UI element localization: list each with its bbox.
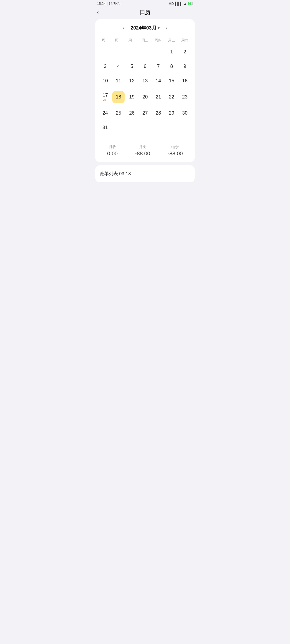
monthly-summary: 月收 0.00 月支 -88.00 结余 -88.00 bbox=[99, 141, 191, 157]
header: ‹ 日历 bbox=[93, 7, 197, 19]
calendar-cell[interactable]: 10 bbox=[99, 74, 112, 88]
month-nav: ‹ 2024年03月 ▾ › bbox=[99, 24, 191, 32]
day-number: 9 bbox=[183, 64, 186, 69]
calendar-cell[interactable]: 2 bbox=[178, 45, 191, 59]
day-number: 26 bbox=[129, 110, 135, 116]
calendar-cell[interactable]: 20 bbox=[139, 88, 152, 106]
calendar-cell bbox=[152, 45, 165, 59]
day-number: 19 bbox=[129, 94, 135, 100]
weekday-label: 周二 bbox=[125, 37, 138, 44]
status-bar: 15:24 | 14.7K/s HD ▌▌▌ ▲ 79 bbox=[93, 0, 197, 7]
calendar-cell[interactable]: 6 bbox=[139, 59, 152, 74]
day-number: 13 bbox=[142, 78, 148, 84]
day-number: 11 bbox=[116, 78, 121, 84]
day-number: 30 bbox=[182, 110, 187, 116]
day-number: 7 bbox=[157, 64, 160, 69]
hd-icon: HD bbox=[169, 2, 174, 6]
weekday-label: 周六 bbox=[178, 37, 191, 44]
battery-icon: 79 bbox=[188, 2, 193, 5]
calendar-cell bbox=[112, 120, 125, 135]
calendar-cell[interactable]: 29 bbox=[165, 106, 178, 120]
weekday-label: 周一 bbox=[112, 37, 125, 44]
calendar-cell[interactable]: 26 bbox=[125, 106, 138, 120]
calendar-cell[interactable]: 19 bbox=[125, 88, 138, 106]
calendar-grid: 1234567891011121314151617-88181920212223… bbox=[99, 45, 191, 135]
calendar-cell[interactable]: 17-88 bbox=[99, 88, 112, 106]
weekday-label: 周三 bbox=[138, 37, 151, 44]
month-title[interactable]: 2024年03月 ▾ bbox=[130, 25, 159, 31]
calendar-cell[interactable]: 23 bbox=[178, 88, 191, 106]
calendar-cell[interactable]: 3 bbox=[99, 59, 112, 74]
day-number: 22 bbox=[169, 94, 174, 100]
page-title: 日历 bbox=[140, 9, 150, 16]
status-icons: HD ▌▌▌ ▲ 79 bbox=[169, 2, 193, 6]
balance-summary: 结余 -88.00 bbox=[168, 145, 183, 157]
calendar-cell[interactable]: 5 bbox=[125, 59, 138, 74]
calendar-card: ‹ 2024年03月 ▾ › 周日周一周二周三周四周五周六 1234567891… bbox=[95, 19, 195, 162]
calendar-cell bbox=[125, 120, 138, 135]
calendar-cell bbox=[178, 120, 191, 135]
bills-title: 账单列表 03-18 bbox=[100, 171, 190, 177]
calendar-cell[interactable]: 1 bbox=[165, 45, 178, 59]
calendar-cell[interactable]: 14 bbox=[152, 74, 165, 88]
calendar-cell[interactable]: 30 bbox=[178, 106, 191, 120]
next-month-button[interactable]: › bbox=[163, 24, 170, 32]
calendar-cell[interactable]: 31 bbox=[99, 120, 112, 135]
income-value: 0.00 bbox=[107, 151, 118, 157]
day-number: 10 bbox=[103, 78, 108, 84]
calendar-cell bbox=[125, 45, 138, 59]
day-number: 15 bbox=[169, 78, 174, 84]
expense-summary: 月支 -88.00 bbox=[135, 145, 150, 157]
day-number: 31 bbox=[103, 125, 108, 131]
wifi-icon: ▲ bbox=[183, 2, 187, 6]
calendar-cell[interactable]: 15 bbox=[165, 74, 178, 88]
expense-value: -88.00 bbox=[135, 151, 150, 157]
day-amount: -88 bbox=[103, 98, 107, 102]
day-number: 21 bbox=[156, 94, 161, 100]
weekday-label: 周四 bbox=[152, 37, 165, 44]
calendar-cell[interactable]: 7 bbox=[152, 59, 165, 74]
calendar-cell[interactable]: 24 bbox=[99, 106, 112, 120]
day-number: 16 bbox=[182, 78, 187, 84]
week-header: 周日周一周二周三周四周五周六 bbox=[99, 37, 191, 44]
day-number: 1 bbox=[170, 49, 173, 55]
expense-label: 月支 bbox=[135, 145, 150, 149]
balance-value: -88.00 bbox=[168, 151, 183, 157]
day-number: 4 bbox=[117, 64, 120, 69]
prev-month-button[interactable]: ‹ bbox=[120, 24, 128, 32]
day-number: 25 bbox=[116, 110, 121, 116]
income-summary: 月收 0.00 bbox=[107, 145, 118, 157]
calendar-cell[interactable]: 22 bbox=[165, 88, 178, 106]
signal-icon: ▌▌▌ bbox=[175, 2, 182, 6]
month-title-text: 2024年03月 bbox=[130, 25, 156, 31]
balance-label: 结余 bbox=[168, 145, 183, 149]
calendar-cell[interactable]: 12 bbox=[125, 74, 138, 88]
back-button[interactable]: ‹ bbox=[97, 9, 99, 16]
calendar-cell[interactable]: 8 bbox=[165, 59, 178, 74]
calendar-cell[interactable]: 25 bbox=[112, 106, 125, 120]
calendar-cell[interactable]: 11 bbox=[112, 74, 125, 88]
status-time-network: 15:24 | 14.7K/s bbox=[97, 2, 120, 6]
day-number: 29 bbox=[169, 110, 174, 116]
calendar-cell[interactable]: 4 bbox=[112, 59, 125, 74]
calendar-cell bbox=[139, 45, 152, 59]
calendar-cell[interactable]: 21 bbox=[152, 88, 165, 106]
day-number: 28 bbox=[156, 110, 161, 116]
weekday-label: 周五 bbox=[165, 37, 178, 44]
calendar-cell bbox=[112, 45, 125, 59]
calendar-cell bbox=[152, 120, 165, 135]
day-number: 27 bbox=[142, 110, 148, 116]
day-number: 12 bbox=[129, 78, 135, 84]
calendar-cell[interactable]: 16 bbox=[178, 74, 191, 88]
income-label: 月收 bbox=[107, 145, 118, 149]
day-number: 20 bbox=[142, 94, 148, 100]
calendar-cell[interactable]: 9 bbox=[178, 59, 191, 74]
day-number: 24 bbox=[103, 110, 108, 116]
calendar-cell[interactable]: 18 bbox=[112, 88, 125, 106]
calendar-cell[interactable]: 28 bbox=[152, 106, 165, 120]
day-number: 8 bbox=[170, 64, 173, 69]
calendar-cell bbox=[99, 45, 112, 59]
calendar-cell[interactable]: 27 bbox=[139, 106, 152, 120]
calendar-cell[interactable]: 13 bbox=[139, 74, 152, 88]
day-number: 18 bbox=[112, 91, 125, 103]
